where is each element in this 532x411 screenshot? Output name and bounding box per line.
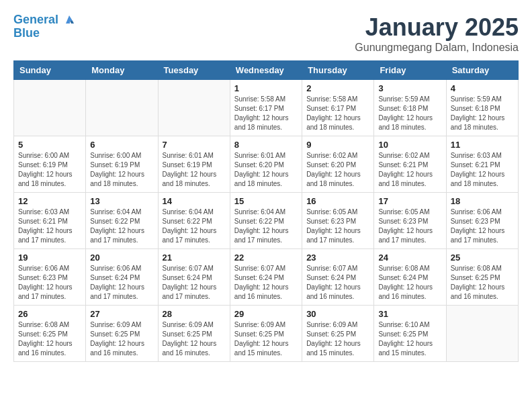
day-info: Sunrise: 6:06 AM Sunset: 6:24 PM Dayligh… — [90, 264, 153, 302]
day-number: 20 — [90, 253, 153, 263]
day-cell: 4Sunrise: 5:59 AM Sunset: 6:18 PM Daylig… — [446, 80, 518, 136]
day-info: Sunrise: 6:03 AM Sunset: 6:21 PM Dayligh… — [451, 151, 514, 189]
title-section: January 2025 Gunungmegang Dalam, Indones… — [355, 13, 519, 54]
logo-text: General — [13, 13, 75, 27]
weekday-header-monday: Monday — [86, 61, 158, 80]
weekday-header-friday: Friday — [374, 61, 446, 80]
day-number: 6 — [90, 140, 153, 150]
day-number: 26 — [18, 309, 81, 319]
day-info: Sunrise: 6:07 AM Sunset: 6:24 PM Dayligh… — [306, 264, 369, 302]
day-cell: 23Sunrise: 6:07 AM Sunset: 6:24 PM Dayli… — [302, 249, 374, 306]
day-info: Sunrise: 6:09 AM Sunset: 6:25 PM Dayligh… — [306, 320, 369, 358]
day-info: Sunrise: 6:09 AM Sunset: 6:25 PM Dayligh… — [234, 320, 298, 358]
day-info: Sunrise: 6:06 AM Sunset: 6:23 PM Dayligh… — [451, 208, 514, 245]
day-cell: 31Sunrise: 6:10 AM Sunset: 6:25 PM Dayli… — [374, 306, 446, 362]
day-info: Sunrise: 6:03 AM Sunset: 6:21 PM Dayligh… — [18, 208, 81, 245]
day-cell: 20Sunrise: 6:06 AM Sunset: 6:24 PM Dayli… — [86, 249, 158, 306]
day-info: Sunrise: 6:09 AM Sunset: 6:25 PM Dayligh… — [163, 320, 226, 358]
day-info: Sunrise: 6:08 AM Sunset: 6:25 PM Dayligh… — [451, 264, 514, 302]
day-number: 18 — [451, 196, 514, 206]
day-number: 24 — [378, 253, 441, 263]
day-number: 3 — [378, 83, 441, 93]
day-cell: 16Sunrise: 6:05 AM Sunset: 6:23 PM Dayli… — [302, 193, 374, 249]
day-info: Sunrise: 6:00 AM Sunset: 6:19 PM Dayligh… — [18, 151, 81, 189]
day-info: Sunrise: 6:05 AM Sunset: 6:23 PM Dayligh… — [378, 208, 441, 245]
day-cell: 14Sunrise: 6:04 AM Sunset: 6:22 PM Dayli… — [158, 193, 230, 249]
day-cell: 30Sunrise: 6:09 AM Sunset: 6:25 PM Dayli… — [302, 306, 374, 362]
day-number: 19 — [18, 253, 81, 263]
day-info: Sunrise: 6:02 AM Sunset: 6:20 PM Dayligh… — [306, 151, 369, 189]
logo: General Blue — [13, 13, 75, 40]
day-number: 17 — [378, 196, 441, 206]
day-cell: 18Sunrise: 6:06 AM Sunset: 6:23 PM Dayli… — [446, 193, 518, 249]
day-number: 29 — [234, 309, 298, 319]
day-number: 13 — [90, 196, 153, 206]
day-info: Sunrise: 6:08 AM Sunset: 6:24 PM Dayligh… — [378, 264, 441, 302]
day-number: 7 — [163, 140, 226, 150]
logo-icon — [63, 14, 75, 26]
day-number: 12 — [18, 196, 81, 206]
day-cell — [446, 306, 518, 362]
day-info: Sunrise: 6:06 AM Sunset: 6:23 PM Dayligh… — [18, 264, 81, 302]
day-cell: 12Sunrise: 6:03 AM Sunset: 6:21 PM Dayli… — [14, 193, 86, 249]
day-number: 27 — [90, 309, 153, 319]
day-number: 14 — [163, 196, 226, 206]
day-cell: 19Sunrise: 6:06 AM Sunset: 6:23 PM Dayli… — [14, 249, 86, 306]
week-row-1: 1Sunrise: 5:58 AM Sunset: 6:17 PM Daylig… — [14, 80, 519, 136]
day-cell — [14, 80, 86, 136]
weekday-header-wednesday: Wednesday — [230, 61, 302, 80]
day-cell: 25Sunrise: 6:08 AM Sunset: 6:25 PM Dayli… — [446, 249, 518, 306]
weekday-header-thursday: Thursday — [302, 61, 374, 80]
weekday-header-row: SundayMondayTuesdayWednesdayThursdayFrid… — [14, 61, 519, 80]
day-number: 1 — [234, 83, 298, 93]
day-cell: 5Sunrise: 6:00 AM Sunset: 6:19 PM Daylig… — [14, 136, 86, 193]
day-number: 8 — [234, 140, 298, 150]
week-row-2: 5Sunrise: 6:00 AM Sunset: 6:19 PM Daylig… — [14, 136, 519, 193]
day-info: Sunrise: 6:04 AM Sunset: 6:22 PM Dayligh… — [234, 208, 298, 245]
week-row-3: 12Sunrise: 6:03 AM Sunset: 6:21 PM Dayli… — [14, 193, 519, 249]
day-cell: 10Sunrise: 6:02 AM Sunset: 6:21 PM Dayli… — [374, 136, 446, 193]
day-number: 2 — [306, 83, 369, 93]
day-info: Sunrise: 5:59 AM Sunset: 6:18 PM Dayligh… — [451, 95, 514, 132]
day-cell: 3Sunrise: 5:59 AM Sunset: 6:18 PM Daylig… — [374, 80, 446, 136]
day-info: Sunrise: 6:04 AM Sunset: 6:22 PM Dayligh… — [163, 208, 226, 245]
weekday-header-sunday: Sunday — [14, 61, 86, 80]
day-number: 21 — [163, 253, 226, 263]
day-info: Sunrise: 6:02 AM Sunset: 6:21 PM Dayligh… — [378, 151, 441, 189]
day-info: Sunrise: 6:01 AM Sunset: 6:19 PM Dayligh… — [163, 151, 226, 189]
day-cell: 1Sunrise: 5:58 AM Sunset: 6:17 PM Daylig… — [230, 80, 302, 136]
week-row-4: 19Sunrise: 6:06 AM Sunset: 6:23 PM Dayli… — [14, 249, 519, 306]
day-info: Sunrise: 6:01 AM Sunset: 6:20 PM Dayligh… — [234, 151, 298, 189]
calendar-title: January 2025 — [355, 13, 519, 42]
week-row-5: 26Sunrise: 6:08 AM Sunset: 6:25 PM Dayli… — [14, 306, 519, 362]
day-number: 9 — [306, 140, 369, 150]
weekday-header-tuesday: Tuesday — [158, 61, 230, 80]
day-cell: 21Sunrise: 6:07 AM Sunset: 6:24 PM Dayli… — [158, 249, 230, 306]
day-cell: 8Sunrise: 6:01 AM Sunset: 6:20 PM Daylig… — [230, 136, 302, 193]
day-info: Sunrise: 5:59 AM Sunset: 6:18 PM Dayligh… — [378, 95, 441, 132]
day-cell: 9Sunrise: 6:02 AM Sunset: 6:20 PM Daylig… — [302, 136, 374, 193]
day-cell: 11Sunrise: 6:03 AM Sunset: 6:21 PM Dayli… — [446, 136, 518, 193]
day-number: 15 — [234, 196, 298, 206]
day-info: Sunrise: 6:07 AM Sunset: 6:24 PM Dayligh… — [234, 264, 298, 302]
day-info: Sunrise: 6:09 AM Sunset: 6:25 PM Dayligh… — [90, 320, 153, 358]
day-number: 23 — [306, 253, 369, 263]
day-cell: 2Sunrise: 5:58 AM Sunset: 6:17 PM Daylig… — [302, 80, 374, 136]
day-info: Sunrise: 5:58 AM Sunset: 6:17 PM Dayligh… — [306, 95, 369, 132]
day-number: 10 — [378, 140, 441, 150]
day-number: 25 — [451, 253, 514, 263]
day-number: 11 — [451, 140, 514, 150]
day-info: Sunrise: 5:58 AM Sunset: 6:17 PM Dayligh… — [234, 95, 298, 132]
calendar-subtitle: Gunungmegang Dalam, Indonesia — [355, 42, 519, 54]
day-cell: 22Sunrise: 6:07 AM Sunset: 6:24 PM Dayli… — [230, 249, 302, 306]
day-cell: 13Sunrise: 6:04 AM Sunset: 6:22 PM Dayli… — [86, 193, 158, 249]
day-info: Sunrise: 6:08 AM Sunset: 6:25 PM Dayligh… — [18, 320, 81, 358]
day-number: 22 — [234, 253, 298, 263]
day-cell: 26Sunrise: 6:08 AM Sunset: 6:25 PM Dayli… — [14, 306, 86, 362]
day-cell: 29Sunrise: 6:09 AM Sunset: 6:25 PM Dayli… — [230, 306, 302, 362]
day-cell: 17Sunrise: 6:05 AM Sunset: 6:23 PM Dayli… — [374, 193, 446, 249]
day-info: Sunrise: 6:00 AM Sunset: 6:19 PM Dayligh… — [90, 151, 153, 189]
day-cell: 6Sunrise: 6:00 AM Sunset: 6:19 PM Daylig… — [86, 136, 158, 193]
weekday-header-saturday: Saturday — [446, 61, 518, 80]
day-info: Sunrise: 6:04 AM Sunset: 6:22 PM Dayligh… — [90, 208, 153, 245]
